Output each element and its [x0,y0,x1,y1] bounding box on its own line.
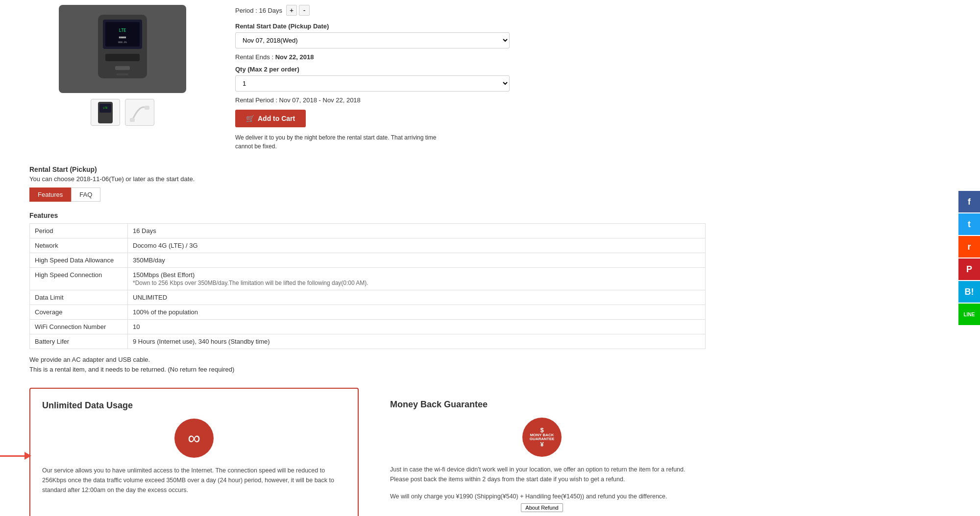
rental-start-heading: Rental Start (Pickup) [29,165,706,173]
table-row: High Speed Data Allowance350MB/day [30,253,706,268]
twitter-button[interactable]: t [958,213,980,235]
cart-icon: 🛒 [246,115,254,122]
table-row: Battery Lifer9 Hours (Internet use), 340… [30,334,706,349]
money-back-box: Money Back Guarantee $ MONY BACK GUARANT… [378,388,706,516]
feature-value: Docomo 4G (LTE) / 3G [128,238,706,253]
qty-label: Qty (Max 2 per order) [235,66,510,73]
return-note: This is a rental item, and it needs to b… [29,366,706,373]
bookmark-button[interactable]: B! [958,281,980,303]
facebook-icon: f [968,197,971,207]
reddit-icon: r [967,242,971,252]
arrow-indicator [0,452,31,460]
svg-text:LTE: LTE [103,106,107,109]
money-back-line2: We will only charge you ¥1990 (Shipping(… [390,492,694,501]
features-heading: Features [29,211,706,219]
period-decrease-btn[interactable]: - [299,5,310,16]
feature-label: High Speed Connection [30,268,128,290]
money-back-line1: Just in case the wi-fi device didn't wor… [390,465,694,484]
unlimited-desc: Our service allows you to have unlimited… [42,466,346,495]
features-section: Features Period16 DaysNetworkDocomo 4G (… [29,211,706,373]
add-to-cart-button[interactable]: 🛒 Add to Cart [235,110,306,127]
unlimited-icon: ∞ [174,419,214,458]
table-row: Period16 Days [30,224,706,238]
table-row: WiFi Connection Number10 [30,320,706,334]
rental-ends-label: Rental Ends : [235,53,273,61]
money-back-title: Money Back Guarantee [390,399,694,410]
thumb-device-svg: LTE [97,101,114,124]
pocket-icon: P [966,264,972,275]
svg-rect-12 [130,118,135,122]
table-row: NetworkDocomo 4G (LTE) / 3G [30,238,706,253]
feature-label: Network [30,238,128,253]
feature-label: Period [30,224,128,238]
period-controls: + - [286,5,310,16]
pocket-button[interactable]: P [958,258,980,280]
promo-section: Unlimited Data Usage ∞ Our service allow… [29,388,706,516]
thumbnail-cable[interactable] [125,99,154,126]
reddit-button[interactable]: r [958,236,980,258]
svg-text:LTE: LTE [119,28,126,33]
svg-rect-13 [145,106,149,110]
svg-text:■■■■: ■■■■ [119,35,126,39]
feature-label: WiFi Connection Number [30,320,128,334]
unlimited-title: Unlimited Data Usage [42,400,346,411]
rental-form: Period : 16 Days + - Rental Start Date (… [235,5,510,151]
rental-ends-date: Nov 22, 2018 [275,53,314,61]
money-icon-yen: ¥ [540,441,543,447]
delivery-note: We deliver it to you by the night before… [235,133,441,151]
feature-label: Battery Lifer [30,334,128,349]
feature-value: 150Mbps (Best Effort)*Down to 256 Kbps o… [128,268,706,290]
table-row: Coverage100% of the population [30,305,706,320]
feature-value: 100% of the population [128,305,706,320]
svg-rect-8 [117,73,128,75]
top-section: LTE ■■■■ 000.0% LTE [29,0,706,151]
facebook-button[interactable]: f [958,191,980,212]
rental-start-section: Rental Start (Pickup) You can choose 201… [29,165,706,202]
arrow-line [0,455,24,457]
rental-start-date-select[interactable]: Nov 07, 2018(Wed) [235,32,510,48]
tab-features[interactable]: Features [29,188,71,202]
twitter-icon: t [968,219,971,230]
unlimited-data-box: Unlimited Data Usage ∞ Our service allow… [29,388,359,516]
svg-rect-6 [105,54,140,61]
product-images: LTE ■■■■ 000.0% LTE [29,5,216,151]
qty-select[interactable]: 1 2 [235,75,510,92]
tab-faq[interactable]: FAQ [71,188,100,202]
main-content: LTE ■■■■ 000.0% LTE [0,0,735,516]
table-row: High Speed Connection150Mbps (Best Effor… [30,268,706,290]
thumbnail-row: LTE [91,99,154,126]
tabs: Features FAQ [29,188,706,202]
money-back-icon: $ MONY BACK GUARANTEE ¥ [522,418,562,457]
page-wrapper: LTE ■■■■ 000.0% LTE [0,0,980,516]
product-svg: LTE ■■■■ 000.0% [78,10,167,88]
feature-value: 350MB/day [128,253,706,268]
social-sidebar: f t r P B! LINE [958,191,980,325]
feature-value: UNLIMITED [128,290,706,305]
add-to-cart-label: Add to Cart [258,115,295,122]
svg-rect-7 [115,66,130,70]
table-row: Data LimitUNLIMITED [30,290,706,305]
about-refund-button[interactable]: About Refund [521,503,563,512]
period-increase-btn[interactable]: + [286,5,297,16]
thumbnail-device[interactable]: LTE [91,99,120,126]
period-label: Period : 16 Days [235,7,282,14]
feature-note: *Down to 256 Kbps over 350MB/day.The lim… [133,280,700,286]
rental-ends: Rental Ends : Nov 22, 2018 [235,53,510,61]
period-row: Period : 16 Days + - [235,5,510,16]
bookmark-icon: B! [965,287,974,297]
feature-label: High Speed Data Allowance [30,253,128,268]
rental-period-text: Rental Period : Nov 07, 2018 - Nov 22, 2… [235,96,510,104]
feature-label: Data Limit [30,290,128,305]
main-product-image: LTE ■■■■ 000.0% [59,5,186,93]
svg-text:000.0%: 000.0% [118,41,127,44]
line-icon: LINE [964,312,975,317]
feature-value: 9 Hours (Internet use), 340 hours (Stand… [128,334,706,349]
arrow-head [24,452,31,460]
adapter-note: We provide an AC adapter and USB cable. [29,356,706,363]
feature-value: 16 Days [128,224,706,238]
thumb-cable-svg [127,101,152,124]
feature-label: Coverage [30,305,128,320]
infinity-icon: ∞ [188,428,200,448]
line-button[interactable]: LINE [958,304,980,325]
rental-start-info: You can choose 2018-11-06(Tue) or later … [29,175,706,183]
